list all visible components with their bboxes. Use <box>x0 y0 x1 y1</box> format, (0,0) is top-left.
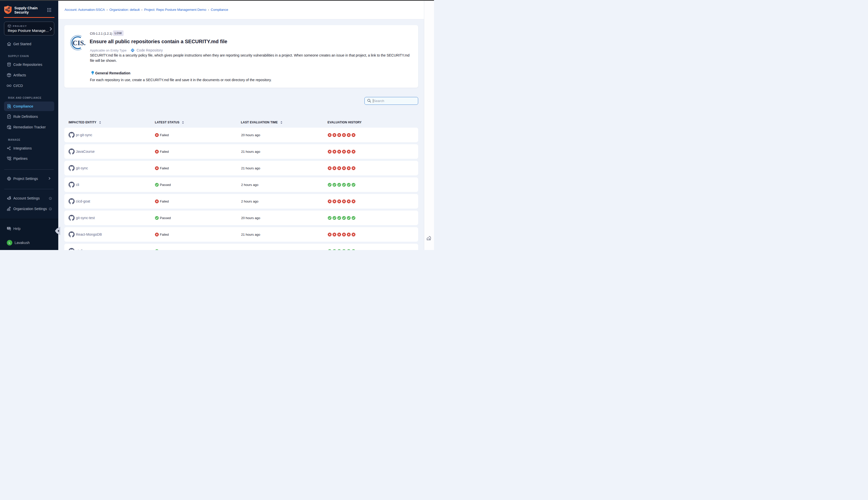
svg-text:CIS.: CIS. <box>72 39 86 47</box>
